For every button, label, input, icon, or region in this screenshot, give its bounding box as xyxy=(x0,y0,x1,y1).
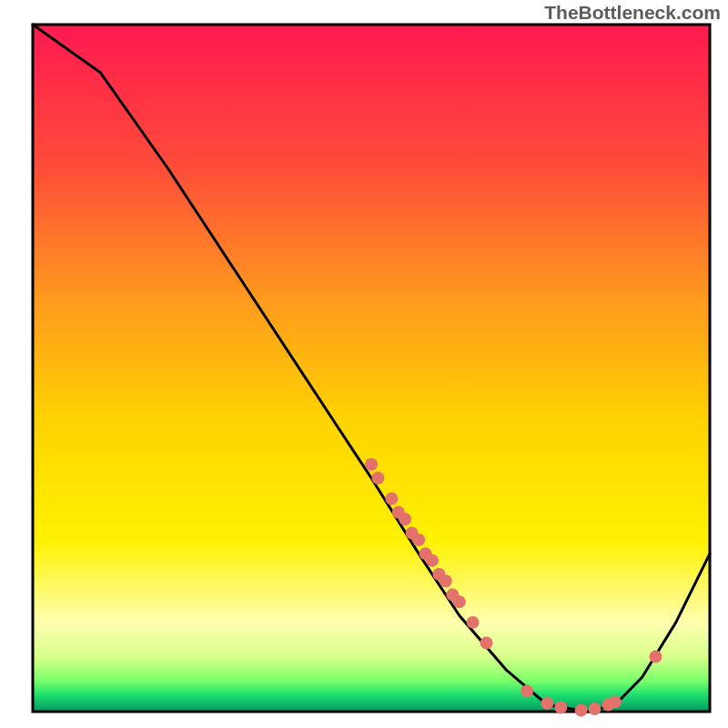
gradient-background xyxy=(33,25,710,712)
data-point xyxy=(385,492,398,505)
data-point xyxy=(480,637,493,650)
data-point xyxy=(467,616,480,629)
data-point xyxy=(575,704,588,717)
data-point xyxy=(365,458,378,470)
data-point xyxy=(412,533,425,546)
watermark-text: TheBottleneck.com xyxy=(544,2,721,24)
data-point xyxy=(554,702,567,714)
data-point xyxy=(440,575,452,588)
data-point xyxy=(521,684,533,697)
data-point xyxy=(399,513,411,526)
data-point xyxy=(650,651,662,663)
data-point xyxy=(426,554,439,567)
data-point xyxy=(453,595,466,608)
data-point xyxy=(541,697,553,710)
chart-container: TheBottleneck.com xyxy=(0,0,728,728)
data-point xyxy=(589,703,602,715)
data-point xyxy=(371,471,384,484)
chart-plot xyxy=(0,0,728,728)
data-point xyxy=(609,695,622,708)
